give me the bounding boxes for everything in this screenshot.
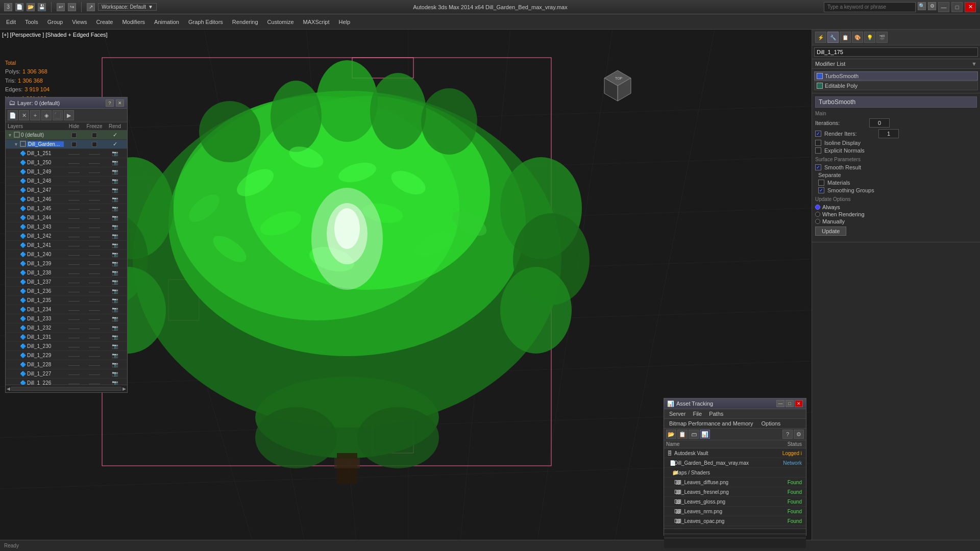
navigation-cube[interactable]: TOP bbox=[597, 65, 638, 106]
scroll-right-button[interactable]: ▶ bbox=[122, 386, 126, 391]
always-option[interactable]: Always bbox=[815, 204, 977, 210]
list-item[interactable]: 🖼 Dill_Leaves_diffuse.png Found bbox=[664, 478, 806, 487]
render-iters-checkbox[interactable] bbox=[815, 131, 821, 137]
list-item[interactable]: 🔷 Dill_1_238 —— —— 📷 bbox=[6, 268, 127, 278]
explicit-normals-checkbox[interactable] bbox=[815, 147, 821, 154]
horizontal-scrollbar[interactable] bbox=[11, 387, 121, 391]
menu-tools[interactable]: Tools bbox=[21, 18, 42, 26]
maximize-button[interactable]: □ bbox=[951, 2, 963, 12]
search-icon[interactable]: 🔍 bbox=[918, 2, 926, 10]
menu-create[interactable]: Create bbox=[92, 18, 117, 26]
modifier-turbosmooth[interactable]: TurboSmooth bbox=[814, 71, 978, 81]
list-item[interactable]: 🖼 Dill_Leaves_gloss.png Found bbox=[664, 497, 806, 507]
list-item[interactable]: 🖼 Dill_Leaves_fresnel.png Found bbox=[664, 487, 806, 497]
list-item[interactable]: 🔷 Dill_1_230 —— —— 📷 bbox=[6, 342, 127, 351]
at-server-menu[interactable]: Server bbox=[666, 410, 689, 417]
at-help-button[interactable]: ? bbox=[782, 430, 793, 439]
expand-button[interactable]: ▶ bbox=[64, 110, 74, 120]
new-layer-button[interactable]: 📄 bbox=[8, 110, 18, 120]
at-bitmap-perf-menu[interactable]: Bitmap Performance and Memory bbox=[666, 420, 756, 427]
panel-icon-3[interactable]: 📋 bbox=[840, 32, 851, 43]
select-all-button[interactable]: ⬛ bbox=[53, 110, 63, 120]
menu-modifiers[interactable]: Modifiers bbox=[118, 18, 149, 26]
at-tool-3[interactable]: 🗃 bbox=[689, 430, 699, 439]
list-item[interactable]: 📁 Maps / Shaders bbox=[664, 468, 806, 478]
menu-help[interactable]: Help bbox=[335, 18, 355, 26]
open-icon[interactable]: 📂 bbox=[27, 3, 35, 11]
list-item[interactable]: 🔷 Dill_1_249 —— —— 📷 bbox=[6, 167, 127, 177]
at-options-menu[interactable]: Options bbox=[758, 420, 783, 427]
undo-icon[interactable]: ↩ bbox=[57, 3, 65, 11]
workspace-selector[interactable]: Workspace: Default ▼ bbox=[98, 3, 157, 11]
minimize-button[interactable]: — bbox=[938, 2, 949, 12]
at-settings-button[interactable]: ⚙ bbox=[794, 430, 804, 439]
at-maximize-button[interactable]: □ bbox=[786, 400, 794, 407]
list-item[interactable]: 🔷 Dill_1_243 —— —— 📷 bbox=[6, 222, 127, 232]
list-item[interactable]: 📄 Dill_Garden_Bed_max_vray.max Network bbox=[664, 458, 806, 468]
when-rendering-option[interactable]: When Rendering bbox=[815, 211, 977, 217]
materials-checkbox[interactable] bbox=[818, 180, 824, 186]
manually-option[interactable]: Manually bbox=[815, 218, 977, 224]
list-item[interactable]: 🔷 Dill_1_235 —— —— 📷 bbox=[6, 296, 127, 305]
list-item[interactable]: 🔷 Dill_1_227 —— —— 📷 bbox=[6, 369, 127, 379]
smooth-result-checkbox[interactable] bbox=[815, 164, 821, 170]
delete-layer-button[interactable]: ✕ bbox=[19, 110, 29, 120]
menu-maxscript[interactable]: MAXScript bbox=[299, 18, 334, 26]
menu-views[interactable]: Views bbox=[68, 18, 91, 26]
panel-icon-5[interactable]: 💡 bbox=[864, 32, 875, 43]
panel-icon-6[interactable]: 🎬 bbox=[876, 32, 888, 43]
always-radio[interactable] bbox=[815, 205, 820, 210]
list-item[interactable]: 🔷 Dill_1_239 —— —— 📷 bbox=[6, 259, 127, 268]
list-item[interactable]: ▼ 0 (default) ✓ bbox=[6, 131, 127, 140]
at-tool-2[interactable]: 📋 bbox=[677, 430, 688, 439]
list-item[interactable]: 🖼 Dill_Leaves_opac.png Found bbox=[664, 516, 806, 526]
list-item[interactable]: 🔷 Dill_1_234 —— —— 📷 bbox=[6, 305, 127, 314]
panel-icon-2[interactable]: 🔧 bbox=[827, 32, 839, 43]
settings-icon[interactable]: ⚙ bbox=[928, 2, 936, 10]
list-item[interactable]: 🔷 Dill_1_241 —— —— 📷 bbox=[6, 241, 127, 250]
at-horizontal-scroll[interactable] bbox=[664, 534, 806, 538]
layers-help-button[interactable]: ? bbox=[106, 99, 114, 107]
list-item[interactable]: 🔷 Dill_1_250 —— —— 📷 bbox=[6, 158, 127, 167]
list-item[interactable]: 🔷 Dill_1_232 —— —— 📷 bbox=[6, 323, 127, 333]
modifier-dropdown-icon[interactable]: ▼ bbox=[971, 61, 977, 67]
list-item[interactable]: 🖼 Dill_Leaves_nrm.png Found bbox=[664, 507, 806, 516]
list-item[interactable]: 🔷 Dill_1_244 —— —— 📷 bbox=[6, 213, 127, 222]
at-tool-1[interactable]: 📂 bbox=[666, 430, 676, 439]
render-iters-input[interactable] bbox=[878, 129, 899, 138]
object-name-input[interactable] bbox=[814, 47, 978, 57]
list-item[interactable]: 🔷 Dill_1_240 —— —— 📷 bbox=[6, 250, 127, 259]
list-item[interactable]: 🔷 Dill_1_228 —— —— 📷 bbox=[6, 360, 127, 369]
new-icon[interactable]: 📄 bbox=[15, 3, 23, 11]
at-paths-menu[interactable]: Paths bbox=[706, 410, 726, 417]
update-button[interactable]: Update bbox=[815, 227, 846, 236]
at-minimize-button[interactable]: — bbox=[776, 400, 785, 407]
list-item[interactable]: 🔷 Dill_1_242 —— —— 📷 bbox=[6, 232, 127, 241]
select-layer-button[interactable]: ◈ bbox=[41, 110, 52, 120]
isoline-checkbox[interactable] bbox=[815, 140, 821, 146]
at-tool-4[interactable]: 📊 bbox=[700, 430, 710, 439]
list-item[interactable]: 🔷 Dill_1_229 —— —— 📷 bbox=[6, 351, 127, 360]
menu-edit[interactable]: Edit bbox=[2, 18, 20, 26]
menu-animation[interactable]: Animation bbox=[150, 18, 183, 26]
select-icon[interactable]: ↗ bbox=[87, 3, 95, 11]
iterations-input[interactable] bbox=[869, 118, 890, 128]
search-input[interactable] bbox=[824, 2, 916, 12]
redo-icon[interactable]: ↪ bbox=[68, 3, 76, 11]
scroll-left-button[interactable]: ◀ bbox=[7, 386, 10, 391]
manually-radio[interactable] bbox=[815, 219, 820, 224]
add-to-layer-button[interactable]: + bbox=[30, 110, 40, 120]
at-close-button[interactable]: ✕ bbox=[795, 400, 803, 407]
menu-group[interactable]: Group bbox=[43, 18, 67, 26]
save-icon[interactable]: 💾 bbox=[38, 3, 46, 11]
list-item[interactable]: 🔷 Dill_1_237 —— —— 📷 bbox=[6, 278, 127, 287]
list-item[interactable]: ▼ Dill_Garden_Bed ✓ bbox=[6, 140, 127, 149]
close-button[interactable]: ✕ bbox=[965, 2, 976, 12]
list-item[interactable]: 🔷 Dill_1_226 —— —— 📷 bbox=[6, 379, 127, 385]
at-scrollbar[interactable] bbox=[664, 529, 806, 534]
menu-graph-editors[interactable]: Graph Editors bbox=[184, 18, 227, 26]
list-item[interactable]: 🔷 Dill_1_251 —— —— 📷 bbox=[6, 149, 127, 158]
modifier-editable-poly[interactable]: Editable Poly bbox=[814, 81, 978, 90]
layers-close-button[interactable]: ✕ bbox=[116, 99, 124, 107]
list-item[interactable]: 🗄 Autodesk Vault Logged i bbox=[664, 448, 806, 458]
